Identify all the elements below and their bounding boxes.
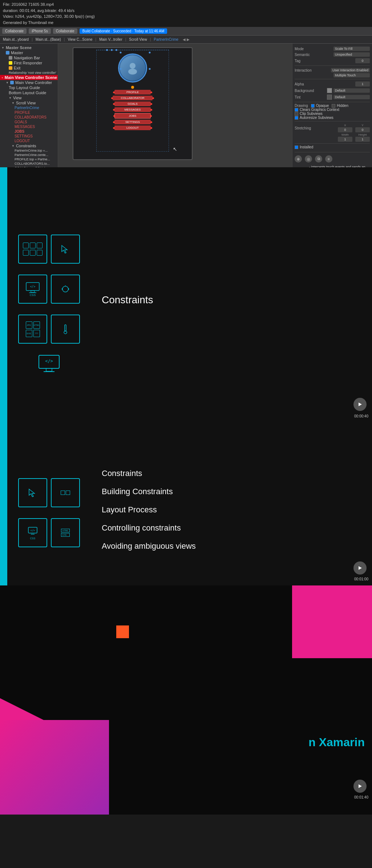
svg-point-7 <box>62 286 68 292</box>
drawing-label: Drawing <box>295 104 308 108</box>
tint-color-swatch[interactable] <box>327 95 332 100</box>
background-label: Background <box>295 89 314 93</box>
nav-constraint-4[interactable]: COLLABORATORS.to... <box>0 161 58 166</box>
autoresize-label: Autoresize Subviews <box>300 116 333 120</box>
nav-goals[interactable]: GOALS <box>0 120 58 124</box>
background-color-swatch[interactable] <box>327 88 332 93</box>
storyboard-canvas: ▶ <box>58 44 292 167</box>
y-field-group: Y 0 <box>355 124 370 132</box>
tech-icon-box-10: HTML EXE <box>51 518 80 547</box>
nav-jobs[interactable]: JOBS <box>0 129 58 134</box>
constraints-heading: Constraints <box>102 294 361 306</box>
width-field[interactable]: 1 <box>338 137 352 142</box>
semantic-dropdown[interactable]: Unspecified <box>333 52 370 57</box>
nav-bottom-layout[interactable]: Bottom Layout Guide <box>0 90 58 95</box>
nav-navigation-bar[interactable]: Navigation Bar <box>0 55 58 60</box>
nav-master-scene[interactable]: ▼ Master Scene <box>0 45 58 50</box>
lib-icon-3[interactable]: ⧉ <box>315 155 322 163</box>
autoresize-checkbox[interactable]: Autoresize Subviews <box>295 116 370 120</box>
time-label-2: 00:01:00 <box>354 577 368 581</box>
jpg-icon: JPG <box>26 321 32 329</box>
other-icon: ??? <box>33 330 40 337</box>
play-button-3[interactable] <box>353 780 367 793</box>
toolbar-item-4[interactable]: Main V...troller <box>98 37 124 41</box>
nav-constraint-1[interactable]: PartnerInCrime.top =... <box>0 148 58 153</box>
nav-constraint-3[interactable]: PROFILE.top = Partne... <box>0 157 58 161</box>
navigator: ▼ Master Scene Master Navigation Bar Fir… <box>0 44 58 167</box>
xcode-tab-collaborate2[interactable]: Collaborate <box>53 28 77 34</box>
meta-duration: duration: 00:01:44, avg.bitrate: 49.4 kb… <box>3 8 369 14</box>
svg-rect-17 <box>46 368 52 371</box>
nav-view[interactable]: ▼ View <box>0 95 58 100</box>
clip-checkbox[interactable]: Clip Subviews <box>295 112 370 116</box>
svg-rect-13 <box>65 325 66 331</box>
mode-dropdown[interactable]: Scale To Fill <box>333 47 370 51</box>
section-2: </> CSS <box>0 167 372 440</box>
nav-collaborators[interactable]: COLLABORATORS <box>0 115 58 120</box>
nav-constraints-group[interactable]: ▼ Constraints <box>0 143 58 148</box>
x-field[interactable]: 0 <box>338 127 352 132</box>
exe-label: EXE <box>61 533 70 537</box>
topic-constraints: Constraints <box>102 467 361 480</box>
nav-constraint-2[interactable]: PartnerInCrime.cente... <box>0 153 58 157</box>
tech-icons-grid-4 <box>18 478 80 507</box>
installed-checkbox[interactable]: Installed <box>295 145 370 149</box>
toolbar-item-6[interactable]: PartnerInCrime <box>152 37 180 41</box>
autoresize-check <box>295 116 298 120</box>
nav-profile[interactable]: PROFILE <box>0 110 58 115</box>
button-item-row: Button - intercepts touch events and sen… <box>295 164 370 167</box>
alpha-field[interactable]: 1 <box>355 81 370 87</box>
tint-dropdown[interactable]: Default <box>333 95 370 99</box>
nav-master[interactable]: Master <box>0 50 58 55</box>
stretching-row: Stretching X 0 Y 0 <box>295 123 370 133</box>
tech-icon-box-3: </> CSS <box>18 275 47 304</box>
hidden-checkbox[interactable]: Hidden <box>332 104 348 108</box>
clears-checkbox[interactable]: Clears Graphics Context <box>295 108 370 112</box>
xcode-tab-device[interactable]: iPhone 5s <box>29 28 50 34</box>
grid-icons-row <box>23 243 43 248</box>
nav-main-vc-scene[interactable]: ● Main View Controller Scene <box>0 75 58 80</box>
xcode-tab-build[interactable]: Build Collaborate · Succeeded · Today at… <box>80 28 167 34</box>
nav-top-layout[interactable]: Top Layout Guide <box>0 85 58 90</box>
play-button-2[interactable] <box>353 561 367 575</box>
inspector-semantic-row: Semantic Unspecified <box>295 52 370 57</box>
nav-messages[interactable]: MESSAGES <box>0 124 58 129</box>
nav-partner-in-crime[interactable]: PartnerInCrime <box>0 105 58 110</box>
cursor-svg-2 <box>27 487 38 498</box>
nav-first-responder[interactable]: First Responder <box>0 60 58 65</box>
installed-label: Installed <box>300 145 313 149</box>
interaction-dropdown-2[interactable]: Multiple Touch <box>333 73 370 77</box>
meta-format: Video: h264, yuv420p, 1280×720, 30.00 fp… <box>3 13 369 20</box>
nav-exit[interactable]: Exit <box>0 65 58 71</box>
nav-logout[interactable]: LOGOUT <box>0 139 58 143</box>
y-field[interactable]: 0 <box>355 127 370 132</box>
background-dropdown[interactable]: Default <box>333 88 370 93</box>
tag-label: Tag <box>295 59 300 63</box>
xcode-tab-collaborate[interactable]: Collaborate <box>2 28 27 34</box>
toolbar-item-2[interactable]: Main.st...(Base) <box>34 37 62 41</box>
nav-main-vc[interactable]: ▼ Main View Controller <box>0 80 58 85</box>
nav-settings[interactable]: SETTINGS <box>0 134 58 139</box>
height-field[interactable]: 1 <box>355 137 370 142</box>
tag-field[interactable]: 0 <box>355 58 370 63</box>
opaque-checkbox[interactable]: Opaque <box>311 104 329 108</box>
wh-fields: Width 1 Height 1 <box>338 133 370 142</box>
svg-marker-24 <box>359 566 362 570</box>
lib-icon-4[interactable]: ≡ <box>325 155 332 163</box>
nav-relationship[interactable]: Relationship 'root view controller' <box>0 71 58 75</box>
inspector-panel: Mode Scale To Fill Semantic Unspecified … <box>292 44 372 167</box>
time-label-1: 00:00:40 <box>354 414 368 418</box>
toolbar-item-3[interactable]: View C...Scene <box>66 37 94 41</box>
toolbar-item-1[interactable]: Main.st...yboard <box>1 37 30 41</box>
interaction-dropdown[interactable]: User Interaction Enabled <box>331 68 370 72</box>
svg-text:</>: </> <box>31 529 35 532</box>
tech-icons-grid-2: </> CSS <box>18 275 80 304</box>
lib-icon-1[interactable]: ⊕ <box>295 155 302 163</box>
lib-icon-2[interactable]: ◎ <box>305 155 312 163</box>
nav-scroll-view[interactable]: ▼ Scroll View <box>0 100 58 105</box>
play-button-1[interactable] <box>353 398 367 411</box>
toolbar-item-5[interactable]: Scroll View <box>128 37 148 41</box>
tech-icons-grid-5: </> CSS HTML EXE <box>18 518 80 547</box>
interaction-label: Interaction <box>295 68 312 72</box>
tech-icon-box-2 <box>51 235 80 264</box>
